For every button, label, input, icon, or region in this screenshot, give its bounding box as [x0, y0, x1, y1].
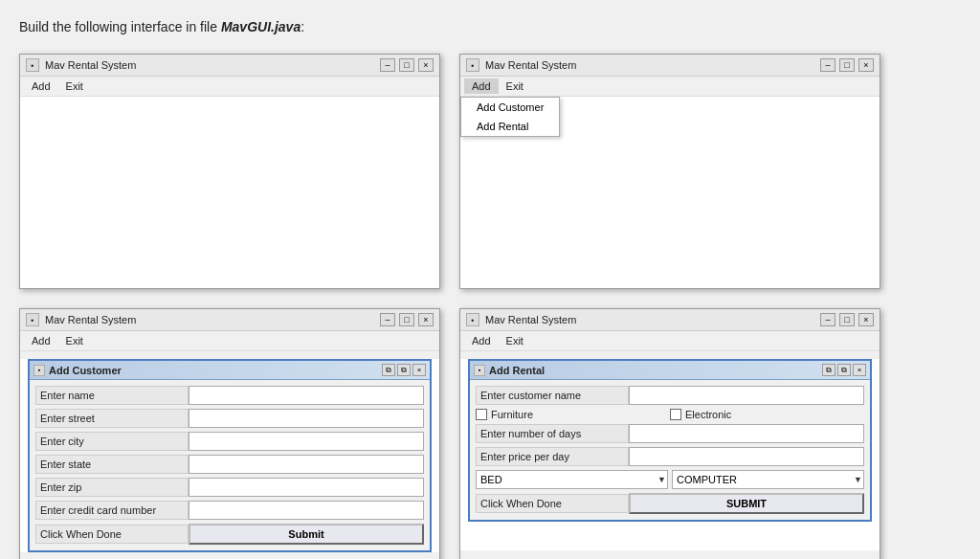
rental-dropdowns-row: BED ▼ COMPUTER ▼: [476, 470, 864, 489]
rental-price-row: Enter price per day: [476, 447, 864, 466]
close-btn-3[interactable]: ×: [418, 313, 434, 326]
win-icon-3: ▪: [26, 313, 39, 326]
add-customer-title: Add Customer: [49, 365, 378, 376]
submit-btn-3[interactable]: Submit: [189, 524, 424, 545]
maximize-btn-4[interactable]: □: [839, 313, 855, 326]
rental-customer-row: Enter customer name: [476, 386, 864, 405]
field-cc-input[interactable]: [189, 501, 424, 520]
electronic-type-select[interactable]: COMPUTER: [672, 470, 864, 489]
minimize-btn-1[interactable]: –: [380, 58, 395, 72]
electronic-checkbox-group: Electronic: [670, 409, 864, 420]
titlebar-4: ▪ Mav Rental System – □ ×: [460, 309, 880, 331]
win-controls-2: – □ ×: [820, 58, 874, 72]
dialog-icon-3: ▪: [33, 365, 45, 376]
menu-exit-3[interactable]: Exit: [58, 333, 91, 348]
field-street-input[interactable]: [189, 409, 424, 428]
furniture-checkbox[interactable]: [476, 409, 487, 420]
win-body-1: [20, 97, 439, 288]
field-cc-row: Enter credit card number: [35, 501, 424, 520]
windows-grid: ▪ Mav Rental System – □ × Add Exit ▪ Mav…: [19, 54, 880, 559]
dialog-resize1-3[interactable]: ⧉: [382, 364, 395, 376]
win-body-4: ▪ Add Rental ⧉ ⧉ × Enter customer name: [460, 359, 880, 550]
dialog-close-3[interactable]: ×: [412, 364, 426, 376]
add-dropdown-menu: Add Customer Add Rental: [460, 97, 560, 137]
electronic-type-wrapper: COMPUTER ▼: [672, 470, 864, 489]
rental-checkboxes-row: Furniture Electronic: [476, 409, 864, 420]
menu-add-2[interactable]: Add: [464, 78, 499, 94]
rental-customer-label: Enter customer name: [476, 386, 629, 405]
rental-price-label: Enter price per day: [476, 447, 629, 466]
field-zip-input[interactable]: [189, 478, 424, 497]
menu-exit-2[interactable]: Exit: [499, 78, 531, 94]
dropdown-add-rental[interactable]: Add Rental: [461, 117, 559, 136]
field-name-label: Enter name: [35, 386, 189, 405]
menu-add-1[interactable]: Add: [24, 78, 58, 94]
win-title-1: Mav Rental System: [45, 59, 374, 71]
dialog-resize2-3[interactable]: ⧉: [397, 364, 411, 376]
win-controls-4: – □ ×: [820, 313, 874, 326]
field-state-label: Enter state: [35, 455, 189, 474]
win-controls-1: – □ ×: [380, 58, 434, 72]
minimize-btn-2[interactable]: –: [820, 58, 835, 72]
window-2: ▪ Mav Rental System – □ × Add Exit Add C…: [459, 54, 880, 289]
titlebar-2: ▪ Mav Rental System – □ ×: [460, 55, 880, 77]
close-btn-1[interactable]: ×: [418, 58, 434, 72]
add-rental-titlebar: ▪ Add Rental ⧉ ⧉ ×: [470, 361, 870, 380]
field-city-label: Enter city: [35, 432, 189, 451]
field-zip-row: Enter zip: [35, 478, 424, 497]
window-4: ▪ Mav Rental System – □ × Add Exit ▪ Add…: [459, 308, 880, 559]
close-btn-4[interactable]: ×: [858, 313, 874, 326]
menu-exit-1[interactable]: Exit: [58, 78, 91, 94]
dropdown-add-customer[interactable]: Add Customer: [461, 98, 559, 117]
field-name-input[interactable]: [189, 386, 424, 405]
submit-row-3: Click When Done Submit: [35, 524, 424, 545]
electronic-checkbox[interactable]: [670, 409, 681, 420]
win-body-2: Add Customer Add Rental: [460, 97, 880, 288]
dialog-close-4[interactable]: ×: [853, 364, 866, 376]
close-btn-2[interactable]: ×: [858, 58, 874, 72]
maximize-btn-2[interactable]: □: [839, 58, 855, 72]
rental-customer-input[interactable]: [629, 386, 864, 405]
win-title-2: Mav Rental System: [485, 59, 814, 71]
dialog-resize1-4[interactable]: ⧉: [822, 364, 835, 376]
furniture-checkbox-group: Furniture: [476, 409, 670, 420]
field-zip-label: Enter zip: [35, 478, 189, 497]
titlebar-3: ▪ Mav Rental System – □ ×: [20, 309, 439, 331]
win-title-4: Mav Rental System: [485, 314, 814, 325]
minimize-btn-4[interactable]: –: [820, 313, 835, 326]
furniture-type-wrapper: BED ▼: [476, 470, 668, 489]
field-street-row: Enter street: [35, 409, 424, 428]
menu-add-4[interactable]: Add: [464, 333, 499, 348]
win-title-3: Mav Rental System: [45, 314, 374, 325]
field-city-row: Enter city: [35, 432, 424, 451]
field-state-input[interactable]: [189, 455, 424, 474]
field-name-row: Enter name: [35, 386, 424, 405]
window-1: ▪ Mav Rental System – □ × Add Exit: [19, 54, 440, 289]
field-cc-label: Enter credit card number: [35, 501, 189, 520]
page-title: Build the following interface in file Ma…: [19, 19, 961, 34]
add-rental-dialog: ▪ Add Rental ⧉ ⧉ × Enter customer name: [468, 359, 872, 522]
menu-add-3[interactable]: Add: [24, 333, 58, 348]
rental-submit-btn[interactable]: SUBMIT: [629, 493, 864, 514]
furniture-type-select[interactable]: BED: [476, 470, 668, 489]
rental-price-input[interactable]: [629, 447, 864, 466]
add-rental-title: Add Rental: [489, 365, 818, 376]
maximize-btn-3[interactable]: □: [399, 313, 414, 326]
add-customer-dialog: ▪ Add Customer ⧉ ⧉ × Enter name Enter st…: [28, 359, 432, 552]
minimize-btn-3[interactable]: –: [380, 313, 395, 326]
rental-days-input[interactable]: [629, 424, 864, 443]
dialog-controls-3: ⧉ ⧉ ×: [382, 364, 426, 376]
dialog-resize2-4[interactable]: ⧉: [837, 364, 851, 376]
win-controls-3: – □ ×: [380, 313, 434, 326]
maximize-btn-1[interactable]: □: [399, 58, 414, 72]
menubar-1: Add Exit: [20, 77, 439, 97]
win-body-3: ▪ Add Customer ⧉ ⧉ × Enter name Enter st…: [20, 359, 439, 552]
furniture-label: Furniture: [491, 409, 533, 420]
rental-submit-row: Click When Done SUBMIT: [476, 493, 864, 514]
menu-exit-4[interactable]: Exit: [499, 333, 531, 348]
titlebar-1: ▪ Mav Rental System – □ ×: [20, 55, 439, 77]
rental-submit-label: Click When Done: [476, 494, 629, 513]
add-rental-body: Enter customer name Furniture Electronic: [470, 380, 870, 520]
menubar-3: Add Exit: [20, 331, 439, 351]
field-city-input[interactable]: [189, 432, 424, 451]
